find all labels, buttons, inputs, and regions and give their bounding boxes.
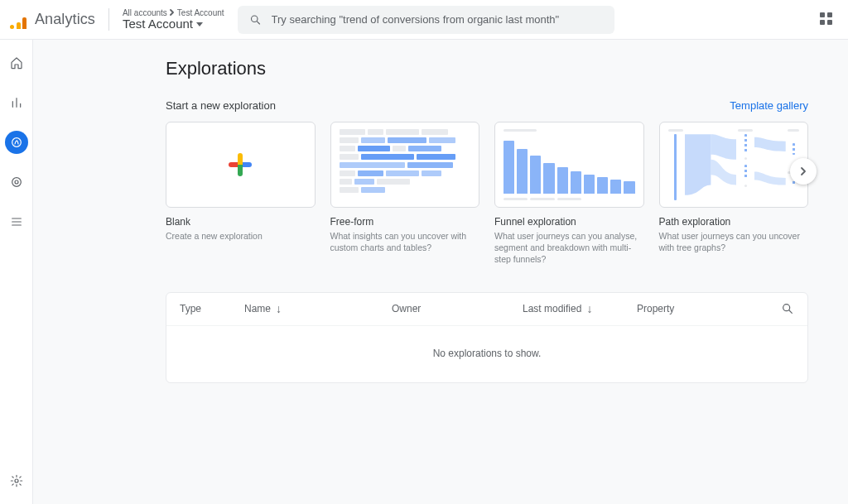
app-header: Analytics All accounts Test Account Test… (0, 0, 848, 40)
sort-arrow-down-icon: ↓ (276, 302, 282, 315)
template-gallery-link[interactable]: Template gallery (730, 99, 808, 112)
explore-icon (10, 136, 23, 149)
table-empty-message: No explorations to show. (166, 326, 807, 382)
explorations-table: Type Name ↓ Owner Last modified ↓ Proper… (166, 292, 808, 383)
table-header-row: Type Name ↓ Owner Last modified ↓ Proper… (166, 293, 807, 326)
template-desc: What insights can you uncover with custo… (330, 230, 480, 253)
template-desc: Create a new exploration (166, 230, 316, 242)
sidebar-item-reports[interactable] (5, 91, 28, 114)
sort-arrow-down-icon: ↓ (586, 302, 592, 315)
template-card-funnel[interactable]: Funnel exploration What user journeys ca… (494, 122, 644, 266)
product-name: Analytics (35, 11, 95, 28)
product-logo-block[interactable]: Analytics (10, 11, 108, 29)
page-title: Explorations (166, 58, 808, 79)
svg-point-3 (15, 180, 18, 184)
gear-icon (10, 474, 23, 487)
table-col-last-modified[interactable]: Last modified ↓ (523, 302, 630, 315)
template-cards: Blank Create a new exploration (166, 122, 808, 266)
template-card-freeform[interactable]: Free-form What insights can you uncover … (330, 122, 480, 266)
svg-point-0 (251, 16, 257, 22)
template-title: Free-form (330, 216, 480, 228)
list-icon (10, 215, 23, 228)
svg-point-4 (15, 479, 18, 482)
chevron-right-icon (798, 166, 808, 176)
chevron-down-icon (196, 22, 203, 26)
template-thumb-funnel (494, 122, 644, 208)
sidebar-item-configure[interactable] (5, 210, 28, 233)
search-icon (781, 302, 794, 315)
table-search-button[interactable] (781, 302, 794, 315)
sidebar-item-home[interactable] (5, 51, 28, 74)
table-col-type[interactable]: Type (180, 303, 238, 314)
svg-point-1 (12, 138, 21, 147)
account-name: Test Account (123, 17, 193, 31)
template-desc: What user journeys can you analyse, segm… (494, 230, 644, 266)
svg-point-5 (783, 305, 790, 311)
template-title: Funnel exploration (494, 216, 644, 228)
search-input[interactable] (272, 13, 603, 26)
template-card-blank[interactable]: Blank Create a new exploration (166, 122, 316, 266)
template-thumb-path (659, 122, 809, 208)
template-title: Path exploration (659, 216, 809, 228)
home-icon (10, 56, 23, 70)
search-icon (249, 13, 262, 26)
sidebar-item-admin[interactable] (5, 469, 28, 492)
table-col-name[interactable]: Name ↓ (244, 302, 385, 315)
bar-chart-icon (10, 96, 23, 109)
svg-point-2 (12, 178, 21, 187)
account-selector[interactable]: All accounts Test Account Test Account (108, 8, 224, 31)
search-box[interactable] (238, 6, 614, 34)
table-col-property[interactable]: Property (637, 303, 774, 314)
apps-grid-icon[interactable] (820, 12, 835, 27)
template-thumb-blank (166, 122, 316, 208)
template-title: Blank (166, 216, 316, 228)
plus-icon (229, 153, 252, 176)
sidebar-item-advertising[interactable] (5, 170, 28, 194)
analytics-logo-icon (10, 11, 28, 29)
sidebar (0, 40, 33, 504)
template-card-path[interactable]: Path exploration What user journeys can … (659, 122, 809, 266)
chevron-right-icon (169, 9, 176, 16)
sidebar-item-explore[interactable] (5, 131, 28, 154)
carousel-next-button[interactable] (790, 158, 817, 185)
table-col-owner[interactable]: Owner (392, 303, 516, 314)
target-icon (10, 175, 23, 189)
section-subtitle: Start a new exploration (166, 99, 276, 112)
template-desc: What user journeys can you uncover with … (659, 230, 809, 253)
template-thumb-freeform (330, 122, 480, 208)
content-area: Explorations Start a new exploration Tem… (33, 40, 848, 504)
